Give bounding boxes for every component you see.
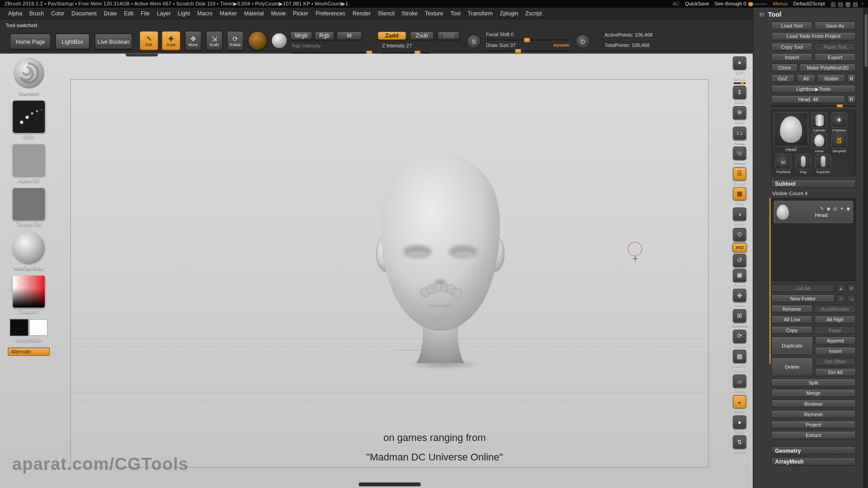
menus-toggle[interactable]: Menus — [773, 1, 788, 6]
export-button[interactable]: Export — [814, 53, 856, 61]
menu-stroke[interactable]: Stroke — [398, 10, 421, 16]
stroke-dots-thumb[interactable] — [13, 101, 45, 133]
visibility-icon[interactable]: ◉ — [846, 206, 850, 211]
move-button[interactable]: ✥ Move — [185, 31, 202, 51]
duplicate-button[interactable]: Duplicate — [771, 336, 813, 355]
persp-button[interactable]: ☰ Persp — [733, 167, 746, 185]
tool-thumb-head-large[interactable] — [774, 113, 808, 147]
zscript-button[interactable]: DefaultZScript — [793, 1, 825, 6]
new-folder-button[interactable]: New Folder — [771, 294, 835, 302]
focal-shift-slider[interactable] — [486, 39, 569, 41]
bpr-button[interactable]: ✦ BPR — [733, 56, 746, 75]
live-boolean-button[interactable]: Live Boolean — [94, 34, 132, 49]
all-high-button[interactable]: All High — [814, 315, 856, 324]
canvas-top-grip[interactable] — [126, 54, 158, 56]
rgb-button[interactable]: Rgb — [315, 32, 335, 40]
save-as-button[interactable]: Save As — [814, 22, 856, 30]
menu-layer[interactable]: Layer — [153, 10, 175, 16]
menu-texture[interactable]: Texture — [421, 10, 447, 16]
layout-4-icon[interactable]: ▧ — [853, 1, 858, 7]
clone-button[interactable]: Clone — [771, 64, 798, 72]
current-material-item[interactable]: MatCap Gray — [13, 232, 45, 271]
layout-1-icon[interactable]: ▥ — [830, 1, 836, 7]
tool-thumb-head-small[interactable]: Head — [810, 133, 829, 153]
append-button[interactable]: Append — [815, 336, 856, 344]
scroll-button[interactable]: ⇕ Scroll — [733, 86, 746, 104]
all-low-button[interactable]: All Low — [771, 315, 813, 324]
home-page-button[interactable]: Home Page — [10, 34, 51, 49]
see-through-control[interactable]: See-through 0 — [715, 1, 767, 6]
menu-picker[interactable]: Picker — [289, 10, 312, 16]
del-other-button[interactable]: Del Other — [815, 357, 856, 366]
insert-button[interactable]: Insert — [815, 347, 856, 355]
current-brush-item[interactable]: Standard — [13, 57, 45, 96]
alternate-button[interactable]: Alternate — [8, 347, 50, 356]
current-texture-item[interactable]: Texture Off — [13, 188, 45, 227]
transp-button[interactable]: ▱ Transp — [733, 375, 746, 393]
tool-thumb-pavskull[interactable]: ☠ PavSkull — [774, 154, 793, 174]
spix-track[interactable] — [733, 83, 745, 84]
menu-tool[interactable]: Tool — [447, 10, 464, 16]
tool-thumb-simplebrush[interactable]: S SimpleB — [830, 133, 849, 153]
tool-r-button[interactable]: R — [847, 95, 856, 103]
menu-preferences[interactable]: Preferences — [312, 10, 349, 16]
palette-rotate-icon[interactable]: ⟲ — [759, 11, 764, 18]
scale-button[interactable]: ⇲ Scale — [206, 31, 223, 51]
aahalf-button[interactable]: ½ AAHalf — [733, 147, 746, 165]
split-button[interactable]: Split — [771, 379, 856, 387]
solo-button[interactable]: ● Solo — [733, 415, 746, 434]
session-timer-icon[interactable]: ◔ — [860, 1, 863, 7]
tool-thumb-dog[interactable]: Dog — [794, 154, 813, 174]
panel-scrollbar-thumb[interactable] — [865, 14, 868, 67]
menu-zscript[interactable]: Zscript — [522, 10, 546, 16]
menu-material[interactable]: Material — [241, 10, 267, 16]
draw-button[interactable]: ✚ Draw — [162, 31, 181, 51]
goz-button[interactable]: GoZ — [771, 74, 795, 82]
menu-movie[interactable]: Movie — [268, 10, 290, 16]
autoreorder-button[interactable]: AutoReorder — [814, 305, 856, 313]
menu-edit[interactable]: Edit — [120, 10, 137, 16]
tool-thumb-polymesh[interactable]: ✶ PolyMes — [830, 113, 849, 132]
standard-brush-thumb[interactable] — [13, 57, 45, 89]
del-all-button[interactable]: Del All — [815, 368, 856, 376]
canvas-bottom-grip[interactable] — [359, 483, 420, 487]
texture-off-thumb[interactable] — [13, 188, 45, 220]
extract-button[interactable]: Extract — [771, 431, 856, 439]
tool-thumb-cylinder[interactable]: Cylinder — [810, 113, 829, 132]
subtool-item-head[interactable]: ✎ ◉ ◎ ✦ ◉ Head — [774, 201, 853, 223]
floor-button[interactable]: ▦ Floor — [733, 187, 746, 206]
subtool-down-icon[interactable]: ▼ — [847, 284, 856, 292]
tool-thumb-superav[interactable]: SuperAv — [814, 154, 833, 174]
alpha-off-thumb[interactable] — [13, 145, 45, 177]
menu-transform[interactable]: Transform — [464, 10, 496, 16]
edit-button[interactable]: ✎ Edit — [140, 31, 159, 51]
menu-file[interactable]: File — [137, 10, 153, 16]
goz-all-button[interactable]: All — [797, 74, 816, 82]
xyz-symmetry-button[interactable]: XYZ — [732, 243, 747, 252]
m-button[interactable]: M — [336, 32, 362, 40]
color-picker-item[interactable]: Gradient — [13, 276, 45, 314]
load-tools-from-project-button[interactable]: Load Tools From Project — [771, 32, 856, 40]
subtool-section-header[interactable]: Subtool — [771, 179, 856, 188]
frame-button[interactable]: ▣ Frame — [733, 269, 746, 287]
visible-count-slider[interactable]: Visible Count 4 — [772, 190, 856, 196]
boolean-button[interactable]: Boolean — [771, 399, 856, 408]
canvas-area[interactable]: on games ranging from "Madman DC Univers… — [0, 54, 753, 488]
remesh-button[interactable]: Remesh — [771, 410, 856, 418]
copy-tool-button[interactable]: Copy Tool — [771, 42, 813, 51]
rotate-button[interactable]: ⟳ Rotate — [227, 31, 244, 51]
current-alpha-item[interactable]: Alpha Off — [13, 145, 45, 183]
stroke-s-icon[interactable]: S — [467, 34, 481, 49]
current-material-icon[interactable] — [271, 33, 288, 49]
secondary-color-swatch[interactable] — [29, 319, 47, 336]
goz-visible-button[interactable]: Visible — [817, 74, 845, 82]
lightbox-tools-button[interactable]: Lightbox▶Tools — [771, 84, 856, 93]
actual-button[interactable]: 1:1 Actual — [733, 127, 746, 145]
focal-shift-handle[interactable] — [524, 38, 530, 42]
eye-off-icon[interactable]: ◎ — [833, 206, 837, 211]
goz-r-button[interactable]: R — [847, 74, 856, 82]
local-pivot-button[interactable]: ⊙ — [733, 228, 746, 241]
current-tool-button[interactable]: Head. 48 — [771, 95, 845, 103]
mrgb-button[interactable]: Mrgb — [290, 32, 312, 40]
menu-draw[interactable]: Draw — [100, 10, 121, 16]
